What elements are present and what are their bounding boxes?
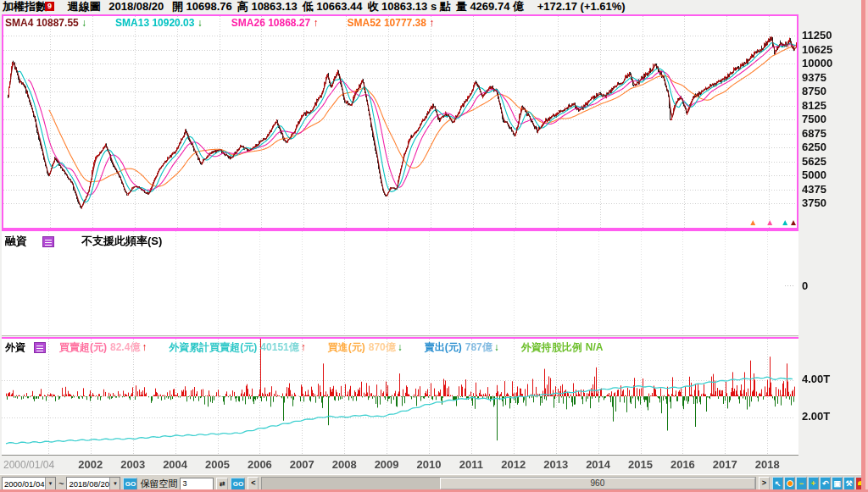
margin-axis-label: 0 <box>802 279 808 292</box>
x-axis-year-label: 2009 <box>375 458 399 471</box>
foreign-flows-canvas <box>2 339 795 455</box>
indicator-value: 787億 <box>465 341 492 353</box>
trend-arrow-icon: ↑ <box>301 341 306 353</box>
scroll-right-button[interactable]: > <box>759 477 770 490</box>
indicator-settings-icon[interactable] <box>34 342 46 353</box>
fullscreen-icon[interactable]: ▣ <box>832 477 843 490</box>
ohlc-field: 高 10863.13 <box>237 0 298 13</box>
tools-icon[interactable]: ⚒ <box>843 477 854 490</box>
quote-date: 2018/08/20 <box>108 0 164 13</box>
foreign-axis-label: 2.00T <box>802 410 830 423</box>
indicator-value: N/A <box>586 341 604 353</box>
horizontal-scrollbar[interactable]: 960 <box>261 477 756 490</box>
sma-legend-item: SMA13 10920.03 ↓ <box>115 17 203 29</box>
range-tilde: ~ <box>58 478 64 489</box>
chevron-down-icon[interactable]: ▼ <box>45 478 55 489</box>
price-axis-label: 8125 <box>802 99 826 112</box>
trend-arrow-icon: ↓ <box>494 341 499 353</box>
go-button[interactable]: GO <box>123 478 137 490</box>
trend-arrow-icon: ↓ <box>398 341 403 353</box>
quote-header: 加權指數9 週線圖 2018/08/20 開 10698.76高 10863.1… <box>0 0 868 14</box>
chevron-down-icon[interactable]: ▼ <box>109 478 120 489</box>
indicator-value: 82.4億 <box>110 341 140 353</box>
date-to-value: 2018/08/20 <box>67 479 109 489</box>
main-price-chart[interactable]: SMA4 10887.55 ↓SMA13 10920.03 ↓SMA26 108… <box>2 14 798 229</box>
x-axis-year-label: 2008 <box>332 458 357 471</box>
x-axis-year-label: 2006 <box>248 458 272 471</box>
reserve-space-input[interactable] <box>180 478 214 490</box>
indicator-label: 賣出(元) <box>425 341 462 353</box>
x-axis-year-label: 2011 <box>459 458 483 471</box>
reserve-space-label: 保留空間 <box>140 478 177 490</box>
unsupported-frequency-message: 不支援此頻率(S) <box>81 234 162 249</box>
x-axis-year-label: 2004 <box>163 458 187 471</box>
trend-arrow-icon: ↓ <box>81 17 86 29</box>
x-axis-year-label: 2015 <box>628 458 653 471</box>
price-axis-label: 9375 <box>802 71 826 84</box>
margin-panel[interactable]: 融資 不支援此頻率(S) <box>2 229 798 336</box>
sma-value: SMA4 10887.55 <box>5 17 81 29</box>
candlestick-canvas[interactable] <box>3 16 797 228</box>
sma-value: SMA52 10777.38 <box>348 17 430 29</box>
go-button-2[interactable]: GO <box>231 478 245 490</box>
spinner-control[interactable]: ⇄ <box>216 478 228 490</box>
date-from-value: 2000/01/04 <box>3 479 45 489</box>
ohlc-field: 量 4269.74 億 <box>456 0 524 13</box>
clock-icon[interactable] <box>784 477 795 490</box>
x-axis-year-label: 2018 <box>755 458 780 471</box>
ohlc-field: 低 10663.44 <box>303 0 363 13</box>
trend-arrow-icon: ↑ <box>142 341 147 353</box>
date-to-select[interactable]: 2018/08/20 ▼ <box>66 477 120 490</box>
x-axis-year-label: 2010 <box>417 458 442 471</box>
foreign-investors-panel[interactable]: 外資 買賣超(元)82.4億↑外資累計買賣超(元)40151億↑買進(元)870… <box>2 337 798 456</box>
x-axis-year-label: 2013 <box>543 458 568 471</box>
sma-value: SMA26 10868.27 <box>231 17 314 29</box>
indicator-label: 買進(元) <box>328 341 365 353</box>
ohlc-field: 收 10863.13 s 點 <box>367 0 450 13</box>
trend-arrow-icon: ↑ <box>429 17 434 29</box>
tool-icons: ↖−+↶▣⚒ <box>772 477 866 490</box>
price-axis-label: 6875 <box>802 127 826 140</box>
zoom-in-icon[interactable]: + <box>808 477 819 490</box>
visible-bars-count: 960 <box>591 478 605 488</box>
scroll-left-button[interactable]: < <box>248 477 259 490</box>
x-axis: 2000/01/04 20022003200420052006200720082… <box>0 456 868 474</box>
foreign-legend: 外資 買賣超(元)82.4億↑外資累計買賣超(元)40151億↑買進(元)870… <box>5 340 625 355</box>
zoom-out-icon[interactable]: − <box>796 477 807 490</box>
price-axis-label: 3750 <box>802 196 826 209</box>
x-axis-year-label: 2014 <box>586 458 610 471</box>
price-axis-label: 7500 <box>802 113 826 125</box>
undo-icon[interactable]: ↶ <box>820 477 831 490</box>
indicator-settings-icon[interactable] <box>42 236 54 247</box>
quote-change: +172.17 (+1.61%) <box>537 0 626 13</box>
margin-panel-title: 融資 <box>5 234 27 249</box>
indicator-legend-item: 外資累計買賣超(元)40151億↑ <box>169 340 305 355</box>
indicator-legend-item: 買賣超(元)82.4億↑ <box>59 340 147 355</box>
price-axis-label: 5625 <box>802 155 826 168</box>
x-axis-year-label: 2002 <box>78 458 103 471</box>
foreign-panel-title: 外資 <box>5 340 25 355</box>
cursor-icon[interactable]: ↖ <box>772 477 783 490</box>
indicator-value: 40151億 <box>260 341 298 353</box>
x-axis-year-label: 2012 <box>501 458 526 471</box>
price-axis-label: 6250 <box>802 141 826 153</box>
foreign-axis-label: 4.00T <box>802 373 830 385</box>
x-axis-start-date: 2000/01/04 <box>3 459 54 471</box>
x-axis-year-label: 2003 <box>120 458 145 471</box>
trend-arrow-icon: ↓ <box>198 17 203 29</box>
symbol-badge: 9 <box>45 2 54 11</box>
indicator-legend-item: 外資持股比例N/A <box>521 340 604 355</box>
clock-icon <box>787 480 793 487</box>
price-axis-label: 4375 <box>802 183 826 196</box>
indicator-label: 買賣超(元) <box>59 341 107 353</box>
symbol-name: 加權指數 <box>3 0 47 13</box>
stock-chart-app: 加權指數9 週線圖 2018/08/20 開 10698.76高 10863.1… <box>0 0 868 492</box>
price-axis-label: 10000 <box>802 57 832 69</box>
sma-legend: SMA4 10887.55 ↓SMA13 10920.03 ↓SMA26 108… <box>5 17 463 29</box>
x-axis-year-label: 2017 <box>713 458 737 471</box>
price-axis-label: 5000 <box>802 169 826 181</box>
indicator-value: 870億 <box>369 341 396 353</box>
x-axis-year-label: 2016 <box>670 458 695 471</box>
sma-legend-item: SMA52 10777.38 ↑ <box>348 17 435 29</box>
date-from-select[interactable]: 2000/01/04 ▼ <box>2 477 56 490</box>
